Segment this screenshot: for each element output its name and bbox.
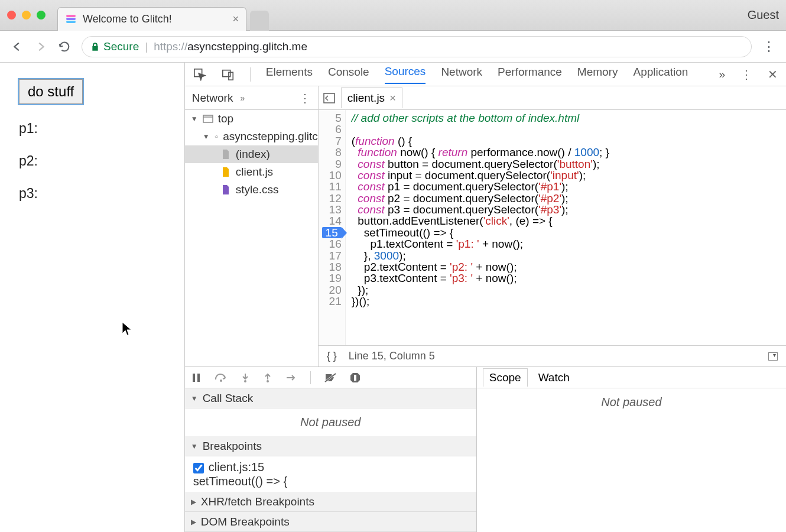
editor-tab-clientjs[interactable]: client.js × (341, 87, 402, 108)
debugger-toolbar (185, 367, 476, 388)
deactivate-breakpoints-button[interactable] (324, 372, 337, 383)
cloud-icon (215, 131, 219, 142)
svg-rect-9 (193, 374, 195, 382)
document-icon (220, 149, 231, 160)
guest-profile-label[interactable]: Guest (748, 8, 779, 22)
line-gutter[interactable]: 56789101112131415161718192021 (319, 110, 346, 345)
tab-memory[interactable]: Memory (577, 66, 618, 83)
css-file-icon (220, 184, 231, 195)
browser-menu-icon[interactable]: ⋮ (762, 39, 775, 54)
svg-rect-0 (66, 15, 76, 17)
tab-title: Welcome to Glitch! (83, 13, 172, 25)
tab-network[interactable]: Network (441, 66, 482, 83)
lock-icon (90, 42, 100, 51)
tree-file-stylecss[interactable]: style.css (185, 181, 318, 199)
svg-point-11 (220, 379, 222, 382)
svg-rect-6 (203, 115, 213, 122)
window-titlebar: Welcome to Glitch! × Guest (0, 0, 786, 31)
breakpoint-item[interactable]: client.js:15 setTimeout(() => { (185, 456, 476, 492)
window-controls (7, 11, 46, 20)
coverage-toggle-icon[interactable] (768, 352, 778, 361)
browser-toolbar: Secure | https://asyncstepping.glitch.me… (0, 31, 786, 63)
fullscreen-window-button[interactable] (37, 11, 46, 20)
inspect-element-icon[interactable] (193, 68, 206, 81)
tab-console[interactable]: Console (328, 66, 369, 83)
step-out-button[interactable] (263, 372, 272, 383)
editor-statusbar: { } Line 15, Column 5 (319, 345, 786, 366)
pause-button[interactable] (191, 372, 202, 383)
tab-elements[interactable]: Elements (266, 66, 313, 83)
url-text: https://asyncstepping.glitch.me (154, 40, 307, 53)
navigator-menu-icon[interactable]: ⋮ (299, 91, 311, 105)
new-tab-button[interactable] (250, 11, 269, 31)
svg-point-13 (267, 380, 269, 382)
back-button[interactable] (11, 40, 24, 53)
frame-icon (203, 113, 213, 124)
rendered-page: do stuff p1: p2: p3: (0, 63, 185, 532)
tab-performance[interactable]: Performance (498, 66, 562, 83)
minimize-window-button[interactable] (22, 11, 31, 20)
devtools-panel: Elements Console Sources Network Perform… (185, 63, 786, 532)
svg-rect-4 (223, 70, 230, 76)
p2-output: p2: (19, 153, 165, 169)
tab-close-icon[interactable]: × (232, 13, 239, 25)
tree-file-clientjs[interactable]: client.js (185, 163, 318, 181)
scope-state: Not paused (477, 388, 786, 416)
device-toggle-icon[interactable] (222, 68, 235, 81)
debugger-pane: ▼Call Stack Not paused ▼Breakpoints clie… (185, 366, 786, 532)
pretty-print-icon[interactable]: { } (327, 350, 337, 362)
sources-navigator: Network » ⋮ ▼ top ▼ asyncstepping.glitc (185, 86, 319, 366)
tree-file-index[interactable]: (index) (185, 145, 318, 163)
source-editor: client.js × 5678910111213141516171819202… (319, 86, 786, 366)
tree-domain[interactable]: ▼ asyncstepping.glitc (185, 128, 318, 145)
dom-breakpoints-section-header[interactable]: ▶DOM Breakpoints (185, 512, 476, 532)
step-into-button[interactable] (241, 372, 250, 383)
callstack-section-header[interactable]: ▼Call Stack (185, 388, 476, 408)
mouse-cursor-icon (122, 322, 132, 336)
svg-rect-10 (197, 374, 200, 382)
address-bar[interactable]: Secure | https://asyncstepping.glitch.me (82, 36, 752, 57)
tabs-overflow-icon[interactable]: » (719, 68, 725, 81)
callstack-state: Not paused (185, 408, 476, 436)
svg-rect-2 (66, 21, 76, 23)
navigator-overflow-icon[interactable]: » (240, 93, 245, 103)
svg-rect-16 (354, 375, 356, 381)
pause-on-exceptions-button[interactable] (350, 372, 360, 383)
step-button[interactable] (285, 372, 297, 383)
step-over-button[interactable] (215, 372, 228, 383)
p3-output: p3: (19, 186, 165, 202)
forward-button[interactable] (34, 40, 47, 53)
navigator-tab-network[interactable]: Network (192, 92, 233, 105)
p1-output: p1: (19, 121, 165, 137)
xhr-breakpoints-section-header[interactable]: ▶XHR/fetch Breakpoints (185, 492, 476, 512)
breakpoint-checkbox[interactable] (193, 463, 204, 473)
scope-tab[interactable]: Scope (483, 368, 528, 387)
browser-tab[interactable]: Welcome to Glitch! × (57, 7, 246, 31)
devtools-menu-icon[interactable]: ⋮ (740, 67, 752, 82)
tree-top-frame[interactable]: ▼ top (185, 110, 318, 128)
secure-badge: Secure (90, 40, 139, 53)
watch-tab[interactable]: Watch (538, 371, 570, 384)
do-stuff-button[interactable]: do stuff (19, 79, 83, 104)
tab-application[interactable]: Application (633, 66, 688, 83)
svg-rect-1 (66, 18, 76, 20)
breakpoints-section-header[interactable]: ▼Breakpoints (185, 436, 476, 456)
reload-button[interactable] (58, 40, 71, 53)
favicon-glitch-icon (65, 13, 77, 25)
devtools-tabstrip: Elements Console Sources Network Perform… (185, 63, 786, 86)
editor-tab-close-icon[interactable]: × (389, 92, 396, 105)
source-code[interactable]: // add other scripts at the bottom of in… (346, 110, 615, 345)
toggle-navigator-icon[interactable] (323, 93, 337, 103)
js-file-icon (220, 167, 231, 177)
svg-point-12 (244, 380, 246, 382)
scope-watch-tabs: Scope Watch (477, 367, 786, 388)
devtools-close-icon[interactable]: ✕ (768, 67, 778, 82)
tab-sources[interactable]: Sources (385, 65, 426, 84)
svg-rect-5 (229, 72, 233, 80)
cursor-position: Line 15, Column 5 (349, 350, 435, 362)
close-window-button[interactable] (7, 11, 16, 20)
